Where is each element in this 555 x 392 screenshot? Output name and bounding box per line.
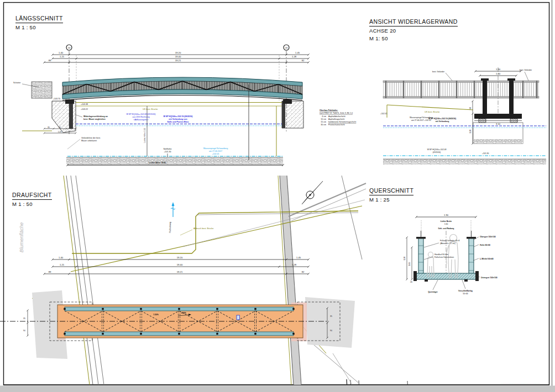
an-dim-v: 60 [469, 107, 472, 109]
dr-abbruch-label: Abbruch best. Brücke [193, 227, 213, 230]
qs-lichte-breite: 1.60 [444, 223, 448, 225]
an-note-cyan-bot: W SP HQ100=+102.08 [427, 149, 447, 151]
qs-gehweg-label: Geh- und Radweg [438, 227, 454, 230]
qs-belag-label: 50×40 [463, 293, 468, 295]
ls-small-dim: 35 [48, 126, 50, 129]
qs-untergurt-label: Untergurt 100×100 [481, 277, 498, 279]
qs-belag-label: Verschleißbelag [458, 290, 473, 292]
an-gelaender-label: best. Geländer [432, 71, 445, 73]
ls-dim: 1.28 [292, 55, 297, 58]
an-note-blue: mit Verlandung [436, 120, 449, 123]
ls-dim: 19.40 [175, 55, 181, 58]
qs-dim-v: 1.30 [404, 257, 406, 261]
ls-note-verkleidung: best. Mauer angleichen [83, 118, 106, 120]
dr-dim: 89 [49, 271, 51, 273]
ls-elev-label: +103.22 [81, 108, 88, 110]
ansicht-view: best. Geländer best. Geländer 1.90 1.40 … [380, 67, 546, 165]
view-title: DRAUFSICHT [12, 192, 52, 200]
spec-line: Oberbau Fahrbahn: [320, 109, 338, 112]
ls-dim: 19.20 [175, 51, 181, 54]
ls-small-dim: 90 [59, 126, 61, 129]
view-scale: M 1: 50 [369, 35, 458, 42]
qs-lichte-breite: Lichte Breite [441, 220, 452, 223]
dr-dim: 19.21 [177, 271, 183, 273]
view-title: ANSICHT WIDERLAGERWAND [369, 18, 458, 27]
axis-label-10: 10 [68, 46, 71, 49]
view-scale: M 1 : 50 [15, 24, 63, 31]
an-sohle-label: +101.30 [482, 152, 489, 155]
draufsicht-title: DRAUFSICHT M 1 : 50 [12, 189, 52, 208]
qs-labels: Obergurt 100×100 Holm 60×60 L-Winkel 60×… [424, 236, 498, 295]
an-dim: 1.40 [496, 72, 501, 75]
ls-dim: 1.21 [60, 55, 65, 58]
dr-banks [64, 176, 366, 385]
qs-handlauf-label: Handlauf 60 mm [434, 253, 448, 256]
ls-sohle: Sohlhöhe [163, 148, 171, 150]
ls-wsp: Wasserspiegel Schwanberg [203, 147, 228, 150]
qs-obergurt-label: Obergurt 100×100 [480, 236, 496, 238]
ls-wsp: +102.41 [212, 153, 219, 155]
dr-dim: 1.21 [60, 263, 65, 266]
dr-dim: 82 [302, 271, 305, 273]
ls-lichte-weite: Lichte Weite 18.81 [149, 162, 166, 164]
qs-handlauf-label: Fallschutz Konstruktion [434, 256, 454, 258]
draufsicht-view: Abbruch best. Brücke Fließrichtung Blume… [0, 176, 366, 385]
dr-bridge-plan: 1.50% 1.50% [0, 290, 355, 359]
ls-hq1: <Abflussregime> [134, 119, 149, 121]
an-elev-label: +102.41 [380, 113, 387, 115]
ls-dimension-texts: 1.40 19.20 1.45 1.21 19.40 1.28 89 19.21… [49, 51, 305, 62]
dr-side-dim: 35 [330, 315, 332, 317]
ls-lichte-hoehe: Lichte Höhe 1.91 [144, 128, 146, 142]
an-dim-v: 1.30 [469, 130, 472, 134]
ls-dim: 89 [49, 59, 51, 62]
spec-text: Asphalttragschicht [328, 118, 344, 120]
ls-uk-bruecke: UK best. Brücke [143, 108, 158, 110]
spec-text: Asphaltdeckschicht [328, 115, 345, 118]
ls-wsp: am 27.06.2017 [209, 150, 222, 152]
an-railing: best. Geländer best. Geländer [383, 69, 539, 98]
qs-fuellstab-label: Füllstab Geländer 40×8 [440, 240, 459, 242]
spec-value: 10 cm [321, 118, 326, 120]
ls-hq2: W SP HQ100=+102.19 (09/2016) [163, 115, 193, 118]
ls-elev-label: +103.70 [53, 98, 60, 100]
laengsschnitt-title: LÄNGSSCHNITT M 1 : 50 [15, 12, 63, 31]
dr-slope-label: 1.50% [153, 314, 159, 316]
dr-dim: 1.28 [292, 263, 297, 266]
qs-dim-v: 26 [410, 281, 412, 283]
ls-dim: 82 [302, 59, 305, 62]
an-gelaender-label: best. Geländer [520, 69, 532, 71]
ls-hq1: W SP HQ100=+102.08 (09/2016) [126, 113, 155, 115]
plot-stamp: ····································· [501, 383, 540, 385]
spec-text: Frostschutzschicht [328, 124, 345, 126]
laengsschnitt-view: 10 20 1.40 19.20 1.45 1.21 19.40 1.28 89… [13, 45, 356, 166]
dr-dim: 1.40 [59, 256, 64, 259]
drawing-sheet: ····································· 10… [0, 0, 555, 392]
dr-dim: 19.20 [177, 256, 183, 259]
qs-lwinkel-label: L-Winkel 60×40 [480, 258, 494, 260]
ls-hq2: Salle und Partner Büro [167, 121, 190, 123]
ls-note-verkleidung: Widerlagerverkleidung an [83, 115, 108, 118]
qs-fuellstab-label: (Abstand < 12 cm) [440, 242, 455, 245]
view-scale: M 1 : 25 [369, 197, 413, 203]
axis-label-20: 20 [285, 46, 288, 49]
qs-quertraeger-label: Querträger [428, 291, 438, 293]
an-uk-bruecke: UK best. Brücke [425, 111, 439, 113]
qs-dims-left: 1.30 1.06 26 [404, 236, 413, 283]
drawing-canvas: ····································· 10… [0, 0, 555, 392]
an-note-cyan-bot: (09/2016) [433, 151, 441, 153]
an-dim: 1.90 [496, 68, 501, 71]
dr-dim: 19.40 [177, 263, 183, 266]
dr-flow-label: Fließrichtung [169, 222, 171, 233]
an-dim: 3.10 [496, 123, 501, 125]
ls-elev-label: +103.38 [81, 103, 88, 105]
dr-side-dim: 90 [23, 330, 25, 332]
spec-value: 30 cm [321, 124, 326, 126]
ls-dim: 1.45 [295, 51, 300, 54]
ls-dim: 19.21 [175, 59, 181, 62]
an-bridge-section: 1.90 1.40 3.10 60 1.30 [469, 67, 523, 145]
spec-line: nach RStO 12, Tafel 6, Zeile 3, Bk 1,0 [320, 112, 353, 114]
north-arrow-icon [302, 181, 323, 204]
view-scale: M 1 : 50 [12, 201, 52, 208]
dr-side-dim: 90 [330, 330, 332, 332]
qs-dim-v: 1.06 [409, 262, 411, 266]
